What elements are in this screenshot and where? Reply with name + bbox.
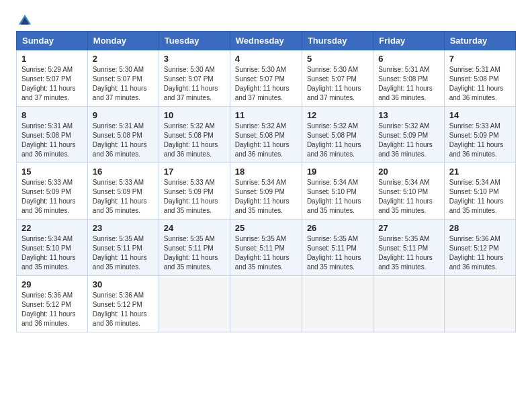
day-cell: 8 Sunrise: 5:31 AMSunset: 5:08 PMDayligh… — [17, 107, 88, 163]
day-info: Sunrise: 5:36 AMSunset: 5:12 PMDaylight:… — [21, 291, 76, 327]
week-row: 22 Sunrise: 5:34 AMSunset: 5:10 PMDaylig… — [17, 220, 516, 276]
day-info: Sunrise: 5:36 AMSunset: 5:12 PMDaylight:… — [449, 235, 504, 271]
day-info: Sunrise: 5:32 AMSunset: 5:09 PMDaylight:… — [378, 122, 433, 158]
day-cell: 20 Sunrise: 5:34 AMSunset: 5:10 PMDaylig… — [373, 163, 444, 220]
day-info: Sunrise: 5:33 AMSunset: 5:09 PMDaylight:… — [93, 179, 147, 214]
day-cell: 25 Sunrise: 5:35 AMSunset: 5:11 PMDaylig… — [230, 220, 302, 276]
day-info: Sunrise: 5:31 AMSunset: 5:08 PMDaylight:… — [378, 66, 433, 101]
day-cell: 27 Sunrise: 5:35 AMSunset: 5:11 PMDaylig… — [373, 220, 444, 276]
day-number: 8 — [21, 110, 83, 120]
day-cell: 9 Sunrise: 5:31 AMSunset: 5:08 PMDayligh… — [87, 107, 159, 163]
day-info: Sunrise: 5:34 AMSunset: 5:10 PMDaylight:… — [21, 235, 76, 271]
day-info: Sunrise: 5:31 AMSunset: 5:08 PMDaylight:… — [93, 122, 147, 158]
day-cell: 30 Sunrise: 5:36 AMSunset: 5:12 PMDaylig… — [87, 276, 159, 332]
day-cell — [373, 276, 444, 332]
week-row: 1 Sunrise: 5:29 AMSunset: 5:07 PMDayligh… — [17, 50, 516, 107]
day-cell: 10 Sunrise: 5:32 AMSunset: 5:08 PMDaylig… — [159, 107, 230, 163]
day-number: 29 — [21, 279, 83, 289]
day-cell: 6 Sunrise: 5:31 AMSunset: 5:08 PMDayligh… — [373, 50, 444, 107]
day-cell: 4 Sunrise: 5:30 AMSunset: 5:07 PMDayligh… — [230, 50, 302, 107]
day-cell: 11 Sunrise: 5:32 AMSunset: 5:08 PMDaylig… — [230, 107, 302, 163]
day-cell: 14 Sunrise: 5:33 AMSunset: 5:09 PMDaylig… — [444, 107, 515, 163]
day-number: 13 — [378, 110, 439, 120]
header-row: SundayMondayTuesdayWednesdayThursdayFrid… — [17, 32, 516, 50]
day-cell: 5 Sunrise: 5:30 AMSunset: 5:07 PMDayligh… — [302, 50, 373, 107]
day-info: Sunrise: 5:34 AMSunset: 5:10 PMDaylight:… — [307, 179, 361, 214]
day-info: Sunrise: 5:34 AMSunset: 5:10 PMDaylight:… — [449, 179, 504, 214]
day-cell: 21 Sunrise: 5:34 AMSunset: 5:10 PMDaylig… — [444, 163, 515, 220]
day-cell: 28 Sunrise: 5:36 AMSunset: 5:12 PMDaylig… — [444, 220, 515, 276]
day-info: Sunrise: 5:30 AMSunset: 5:07 PMDaylight:… — [235, 66, 290, 101]
day-info: Sunrise: 5:29 AMSunset: 5:07 PMDaylight:… — [21, 66, 76, 101]
day-number: 7 — [449, 54, 511, 64]
day-number: 23 — [93, 223, 154, 233]
day-cell: 16 Sunrise: 5:33 AMSunset: 5:09 PMDaylig… — [87, 163, 159, 220]
day-number: 1 — [21, 54, 83, 64]
day-number: 2 — [93, 54, 154, 64]
week-row: 29 Sunrise: 5:36 AMSunset: 5:12 PMDaylig… — [17, 276, 516, 332]
day-cell: 17 Sunrise: 5:33 AMSunset: 5:09 PMDaylig… — [159, 163, 230, 220]
day-info: Sunrise: 5:35 AMSunset: 5:11 PMDaylight:… — [307, 235, 361, 271]
day-number: 10 — [164, 110, 225, 120]
header-cell: Tuesday — [159, 32, 230, 50]
day-number: 5 — [307, 54, 368, 64]
day-cell: 13 Sunrise: 5:32 AMSunset: 5:09 PMDaylig… — [373, 107, 444, 163]
day-info: Sunrise: 5:35 AMSunset: 5:11 PMDaylight:… — [378, 235, 433, 271]
day-cell — [230, 276, 302, 332]
day-info: Sunrise: 5:35 AMSunset: 5:11 PMDaylight:… — [93, 235, 147, 271]
day-number: 3 — [164, 54, 225, 64]
day-info: Sunrise: 5:30 AMSunset: 5:07 PMDaylight:… — [93, 66, 147, 101]
day-info: Sunrise: 5:33 AMSunset: 5:09 PMDaylight:… — [449, 122, 504, 158]
day-cell: 19 Sunrise: 5:34 AMSunset: 5:10 PMDaylig… — [302, 163, 373, 220]
day-number: 4 — [235, 54, 297, 64]
day-cell: 7 Sunrise: 5:31 AMSunset: 5:08 PMDayligh… — [444, 50, 515, 107]
day-number: 11 — [235, 110, 297, 120]
day-cell: 2 Sunrise: 5:30 AMSunset: 5:07 PMDayligh… — [87, 50, 159, 107]
day-cell: 3 Sunrise: 5:30 AMSunset: 5:07 PMDayligh… — [159, 50, 230, 107]
day-info: Sunrise: 5:30 AMSunset: 5:07 PMDaylight:… — [164, 66, 218, 101]
day-info: Sunrise: 5:33 AMSunset: 5:09 PMDaylight:… — [21, 179, 76, 214]
day-number: 21 — [449, 167, 511, 177]
day-info: Sunrise: 5:30 AMSunset: 5:07 PMDaylight:… — [307, 66, 361, 101]
day-info: Sunrise: 5:34 AMSunset: 5:10 PMDaylight:… — [378, 179, 433, 214]
header-cell: Monday — [87, 32, 159, 50]
header-cell: Wednesday — [230, 32, 302, 50]
header-cell: Sunday — [17, 32, 88, 50]
day-number: 6 — [378, 54, 439, 64]
day-info: Sunrise: 5:35 AMSunset: 5:11 PMDaylight:… — [164, 235, 218, 271]
day-info: Sunrise: 5:34 AMSunset: 5:09 PMDaylight:… — [235, 179, 290, 214]
day-number: 15 — [21, 167, 83, 177]
day-number: 19 — [307, 167, 368, 177]
day-cell: 22 Sunrise: 5:34 AMSunset: 5:10 PMDaylig… — [17, 220, 88, 276]
logo — [16, 13, 32, 24]
day-cell: 29 Sunrise: 5:36 AMSunset: 5:12 PMDaylig… — [17, 276, 88, 332]
week-row: 8 Sunrise: 5:31 AMSunset: 5:08 PMDayligh… — [17, 107, 516, 163]
day-cell — [159, 276, 230, 332]
day-cell: 26 Sunrise: 5:35 AMSunset: 5:11 PMDaylig… — [302, 220, 373, 276]
logo-icon — [17, 13, 32, 28]
day-number: 16 — [93, 167, 154, 177]
day-cell: 12 Sunrise: 5:32 AMSunset: 5:08 PMDaylig… — [302, 107, 373, 163]
day-cell: 1 Sunrise: 5:29 AMSunset: 5:07 PMDayligh… — [17, 50, 88, 107]
day-info: Sunrise: 5:35 AMSunset: 5:11 PMDaylight:… — [235, 235, 290, 271]
day-number: 30 — [93, 279, 154, 289]
day-number: 22 — [21, 223, 83, 233]
day-number: 20 — [378, 167, 439, 177]
day-cell: 24 Sunrise: 5:35 AMSunset: 5:11 PMDaylig… — [159, 220, 230, 276]
header-cell: Thursday — [302, 32, 373, 50]
day-number: 27 — [378, 223, 439, 233]
day-info: Sunrise: 5:31 AMSunset: 5:08 PMDaylight:… — [449, 66, 504, 101]
calendar-body: 1 Sunrise: 5:29 AMSunset: 5:07 PMDayligh… — [17, 50, 516, 332]
day-cell — [444, 276, 515, 332]
page: SundayMondayTuesdayWednesdayThursdayFrid… — [0, 0, 532, 346]
day-number: 25 — [235, 223, 297, 233]
week-row: 15 Sunrise: 5:33 AMSunset: 5:09 PMDaylig… — [17, 163, 516, 220]
day-info: Sunrise: 5:31 AMSunset: 5:08 PMDaylight:… — [21, 122, 76, 158]
day-number: 14 — [449, 110, 511, 120]
day-number: 12 — [307, 110, 368, 120]
day-number: 24 — [164, 223, 225, 233]
header-cell: Friday — [373, 32, 444, 50]
header-area — [16, 13, 516, 24]
day-number: 28 — [449, 223, 511, 233]
day-cell: 23 Sunrise: 5:35 AMSunset: 5:11 PMDaylig… — [87, 220, 159, 276]
